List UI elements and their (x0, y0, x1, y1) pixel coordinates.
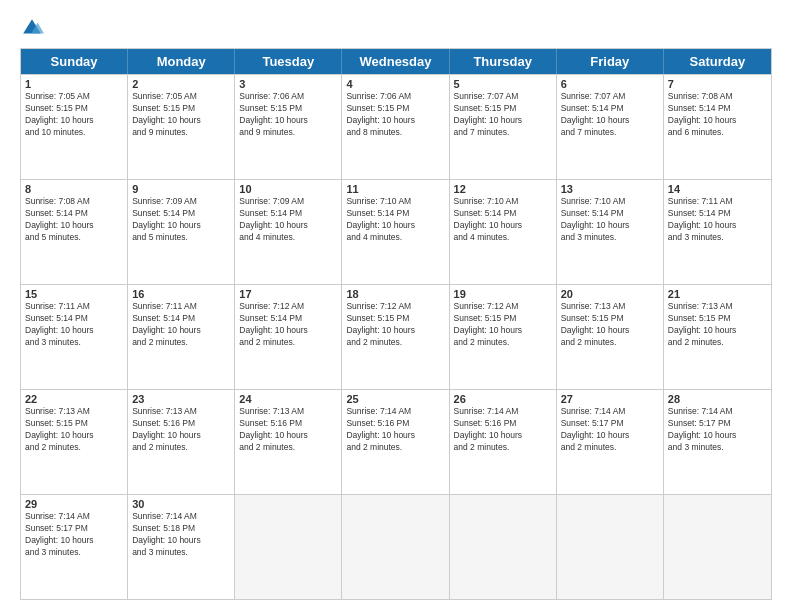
cell-info: Sunrise: 7:05 AMSunset: 5:15 PMDaylight:… (132, 91, 230, 139)
day-number: 13 (561, 183, 659, 195)
logo-icon (20, 16, 44, 40)
cell-info: Sunrise: 7:14 AMSunset: 5:18 PMDaylight:… (132, 511, 230, 559)
header-day-monday: Monday (128, 49, 235, 74)
cell-info: Sunrise: 7:09 AMSunset: 5:14 PMDaylight:… (132, 196, 230, 244)
cal-cell: 26Sunrise: 7:14 AMSunset: 5:16 PMDayligh… (450, 390, 557, 494)
header-day-wednesday: Wednesday (342, 49, 449, 74)
day-number: 11 (346, 183, 444, 195)
cal-cell (450, 495, 557, 599)
cal-week-5: 29Sunrise: 7:14 AMSunset: 5:17 PMDayligh… (21, 494, 771, 599)
cell-info: Sunrise: 7:10 AMSunset: 5:14 PMDaylight:… (346, 196, 444, 244)
day-number: 12 (454, 183, 552, 195)
cell-info: Sunrise: 7:06 AMSunset: 5:15 PMDaylight:… (239, 91, 337, 139)
cal-cell: 14Sunrise: 7:11 AMSunset: 5:14 PMDayligh… (664, 180, 771, 284)
day-number: 27 (561, 393, 659, 405)
cal-cell: 21Sunrise: 7:13 AMSunset: 5:15 PMDayligh… (664, 285, 771, 389)
day-number: 16 (132, 288, 230, 300)
cal-cell: 24Sunrise: 7:13 AMSunset: 5:16 PMDayligh… (235, 390, 342, 494)
cal-cell: 1Sunrise: 7:05 AMSunset: 5:15 PMDaylight… (21, 75, 128, 179)
day-number: 1 (25, 78, 123, 90)
cell-info: Sunrise: 7:14 AMSunset: 5:16 PMDaylight:… (454, 406, 552, 454)
day-number: 22 (25, 393, 123, 405)
day-number: 24 (239, 393, 337, 405)
cell-info: Sunrise: 7:12 AMSunset: 5:15 PMDaylight:… (454, 301, 552, 349)
cal-cell: 27Sunrise: 7:14 AMSunset: 5:17 PMDayligh… (557, 390, 664, 494)
cal-cell: 3Sunrise: 7:06 AMSunset: 5:15 PMDaylight… (235, 75, 342, 179)
header-day-thursday: Thursday (450, 49, 557, 74)
cell-info: Sunrise: 7:12 AMSunset: 5:14 PMDaylight:… (239, 301, 337, 349)
day-number: 29 (25, 498, 123, 510)
cell-info: Sunrise: 7:13 AMSunset: 5:16 PMDaylight:… (239, 406, 337, 454)
cal-cell: 30Sunrise: 7:14 AMSunset: 5:18 PMDayligh… (128, 495, 235, 599)
cell-info: Sunrise: 7:11 AMSunset: 5:14 PMDaylight:… (25, 301, 123, 349)
cal-cell: 7Sunrise: 7:08 AMSunset: 5:14 PMDaylight… (664, 75, 771, 179)
day-number: 26 (454, 393, 552, 405)
day-number: 21 (668, 288, 767, 300)
cal-cell: 17Sunrise: 7:12 AMSunset: 5:14 PMDayligh… (235, 285, 342, 389)
cal-week-4: 22Sunrise: 7:13 AMSunset: 5:15 PMDayligh… (21, 389, 771, 494)
cal-cell: 10Sunrise: 7:09 AMSunset: 5:14 PMDayligh… (235, 180, 342, 284)
cell-info: Sunrise: 7:14 AMSunset: 5:17 PMDaylight:… (668, 406, 767, 454)
cell-info: Sunrise: 7:13 AMSunset: 5:15 PMDaylight:… (668, 301, 767, 349)
cal-cell: 20Sunrise: 7:13 AMSunset: 5:15 PMDayligh… (557, 285, 664, 389)
cal-cell (557, 495, 664, 599)
cal-cell: 2Sunrise: 7:05 AMSunset: 5:15 PMDaylight… (128, 75, 235, 179)
cal-cell: 11Sunrise: 7:10 AMSunset: 5:14 PMDayligh… (342, 180, 449, 284)
cell-info: Sunrise: 7:05 AMSunset: 5:15 PMDaylight:… (25, 91, 123, 139)
day-number: 9 (132, 183, 230, 195)
header-day-saturday: Saturday (664, 49, 771, 74)
day-number: 15 (25, 288, 123, 300)
cal-cell: 18Sunrise: 7:12 AMSunset: 5:15 PMDayligh… (342, 285, 449, 389)
cal-cell: 29Sunrise: 7:14 AMSunset: 5:17 PMDayligh… (21, 495, 128, 599)
day-number: 23 (132, 393, 230, 405)
cal-cell: 19Sunrise: 7:12 AMSunset: 5:15 PMDayligh… (450, 285, 557, 389)
cell-info: Sunrise: 7:11 AMSunset: 5:14 PMDaylight:… (132, 301, 230, 349)
cell-info: Sunrise: 7:09 AMSunset: 5:14 PMDaylight:… (239, 196, 337, 244)
cal-cell: 28Sunrise: 7:14 AMSunset: 5:17 PMDayligh… (664, 390, 771, 494)
cell-info: Sunrise: 7:12 AMSunset: 5:15 PMDaylight:… (346, 301, 444, 349)
cell-info: Sunrise: 7:10 AMSunset: 5:14 PMDaylight:… (561, 196, 659, 244)
day-number: 5 (454, 78, 552, 90)
header-day-sunday: Sunday (21, 49, 128, 74)
cal-cell: 23Sunrise: 7:13 AMSunset: 5:16 PMDayligh… (128, 390, 235, 494)
logo (20, 16, 48, 40)
cal-week-2: 8Sunrise: 7:08 AMSunset: 5:14 PMDaylight… (21, 179, 771, 284)
cal-cell: 12Sunrise: 7:10 AMSunset: 5:14 PMDayligh… (450, 180, 557, 284)
cal-week-3: 15Sunrise: 7:11 AMSunset: 5:14 PMDayligh… (21, 284, 771, 389)
calendar-header: SundayMondayTuesdayWednesdayThursdayFrid… (21, 49, 771, 74)
cal-cell: 15Sunrise: 7:11 AMSunset: 5:14 PMDayligh… (21, 285, 128, 389)
cell-info: Sunrise: 7:07 AMSunset: 5:15 PMDaylight:… (454, 91, 552, 139)
day-number: 8 (25, 183, 123, 195)
day-number: 30 (132, 498, 230, 510)
day-number: 18 (346, 288, 444, 300)
cell-info: Sunrise: 7:14 AMSunset: 5:17 PMDaylight:… (561, 406, 659, 454)
cal-cell: 9Sunrise: 7:09 AMSunset: 5:14 PMDaylight… (128, 180, 235, 284)
day-number: 28 (668, 393, 767, 405)
header (20, 16, 772, 40)
cell-info: Sunrise: 7:14 AMSunset: 5:17 PMDaylight:… (25, 511, 123, 559)
day-number: 25 (346, 393, 444, 405)
cell-info: Sunrise: 7:08 AMSunset: 5:14 PMDaylight:… (25, 196, 123, 244)
cell-info: Sunrise: 7:07 AMSunset: 5:14 PMDaylight:… (561, 91, 659, 139)
calendar-body: 1Sunrise: 7:05 AMSunset: 5:15 PMDaylight… (21, 74, 771, 599)
cal-cell (664, 495, 771, 599)
cal-cell: 16Sunrise: 7:11 AMSunset: 5:14 PMDayligh… (128, 285, 235, 389)
cal-cell: 13Sunrise: 7:10 AMSunset: 5:14 PMDayligh… (557, 180, 664, 284)
cell-info: Sunrise: 7:13 AMSunset: 5:16 PMDaylight:… (132, 406, 230, 454)
cal-cell: 25Sunrise: 7:14 AMSunset: 5:16 PMDayligh… (342, 390, 449, 494)
cell-info: Sunrise: 7:08 AMSunset: 5:14 PMDaylight:… (668, 91, 767, 139)
day-number: 20 (561, 288, 659, 300)
page: SundayMondayTuesdayWednesdayThursdayFrid… (0, 0, 792, 612)
cal-cell (342, 495, 449, 599)
day-number: 7 (668, 78, 767, 90)
day-number: 17 (239, 288, 337, 300)
calendar: SundayMondayTuesdayWednesdayThursdayFrid… (20, 48, 772, 600)
cal-cell: 22Sunrise: 7:13 AMSunset: 5:15 PMDayligh… (21, 390, 128, 494)
header-day-friday: Friday (557, 49, 664, 74)
cell-info: Sunrise: 7:10 AMSunset: 5:14 PMDaylight:… (454, 196, 552, 244)
day-number: 3 (239, 78, 337, 90)
day-number: 10 (239, 183, 337, 195)
cal-week-1: 1Sunrise: 7:05 AMSunset: 5:15 PMDaylight… (21, 74, 771, 179)
cal-cell: 8Sunrise: 7:08 AMSunset: 5:14 PMDaylight… (21, 180, 128, 284)
cal-cell (235, 495, 342, 599)
